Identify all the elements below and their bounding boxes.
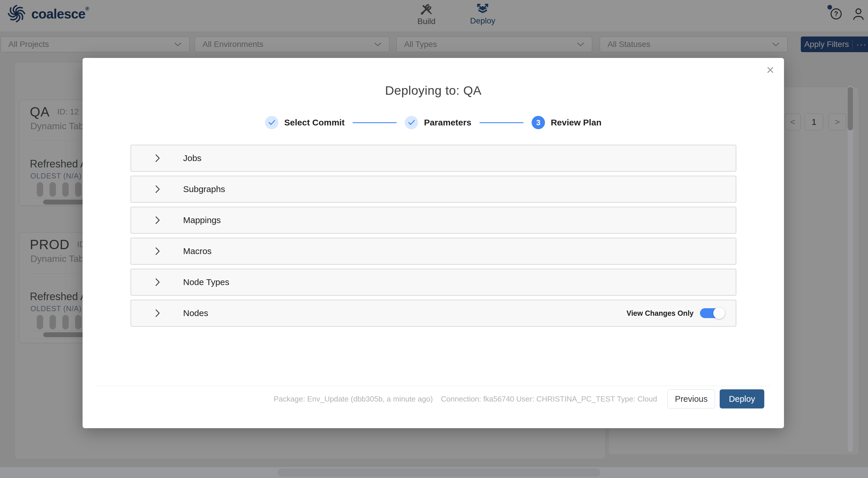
step-review-plan[interactable]: 3 Review Plan — [532, 116, 601, 129]
horizontal-scrollbar[interactable] — [0, 467, 868, 478]
accordion-section-macros[interactable]: Macros — [131, 238, 736, 264]
accordion-section-subgraphs[interactable]: Subgraphs — [131, 176, 736, 202]
step-label: Select Commit — [284, 118, 344, 127]
vertical-scrollbar[interactable] — [848, 86, 853, 452]
step-connector — [479, 122, 524, 123]
step-connector — [352, 122, 397, 123]
toggle-knob — [713, 307, 725, 319]
section-label: Node Types — [183, 277, 229, 287]
step-check-icon — [265, 116, 278, 129]
package-info: Package: Env_Update (dbb305b, a minute a… — [274, 394, 433, 403]
chevron-right-icon — [155, 278, 160, 286]
deploy-stepper: Select Commit Parameters 3 Review Plan — [83, 116, 784, 129]
connection-info: Connection: fka56740 User: CHRISTINA_PC_… — [441, 394, 657, 403]
view-changes-only-label: View Changes Only — [626, 309, 693, 318]
section-label: Jobs — [183, 153, 202, 163]
section-label: Subgraphs — [183, 184, 225, 194]
modal-title: Deploying to: QA — [83, 84, 784, 98]
close-icon[interactable]: × — [766, 63, 774, 76]
step-parameters[interactable]: Parameters — [405, 116, 471, 129]
step-select-commit[interactable]: Select Commit — [265, 116, 344, 129]
section-label: Macros — [183, 246, 212, 256]
step-label: Review Plan — [551, 118, 601, 127]
accordion-section-mappings[interactable]: Mappings — [131, 207, 736, 233]
chevron-right-icon — [155, 309, 160, 317]
accordion-section-node-types[interactable]: Node Types — [131, 269, 736, 295]
accordion-section-jobs[interactable]: Jobs — [131, 145, 736, 171]
view-changes-only-toggle[interactable] — [700, 308, 724, 318]
chevron-right-icon — [155, 216, 160, 224]
modal-footer: Package: Env_Update (dbb305b, a minute a… — [83, 389, 764, 409]
chevron-right-icon — [155, 185, 160, 193]
chevron-right-icon — [155, 247, 160, 255]
deployment-meta: Package: Env_Update (dbb305b, a minute a… — [274, 394, 657, 404]
deploy-button[interactable]: Deploy — [720, 389, 764, 409]
horizontal-scrollbar-thumb[interactable] — [278, 469, 600, 477]
step-check-icon — [405, 116, 418, 129]
section-label: Mappings — [183, 215, 221, 225]
accordion-section-nodes[interactable]: Nodes View Changes Only — [131, 300, 736, 326]
step-label: Parameters — [424, 118, 471, 127]
deploy-modal: × Deploying to: QA Select Commit Paramet… — [83, 58, 784, 428]
chevron-right-icon — [155, 154, 160, 162]
previous-button[interactable]: Previous — [668, 389, 715, 409]
vertical-scrollbar-thumb[interactable] — [848, 87, 853, 130]
section-label: Nodes — [183, 308, 208, 318]
step-number-badge: 3 — [532, 116, 545, 129]
